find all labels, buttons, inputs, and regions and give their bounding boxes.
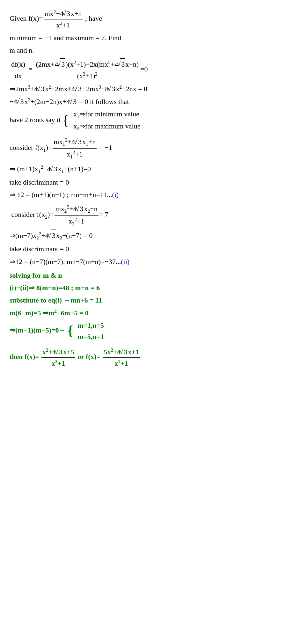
consider-fx1-line: consider f(x1)= mx12+43x1+n x12+1 = −1	[10, 136, 298, 161]
given-statement: Given f(x)= mx2+43x+n x2+1 ; have	[10, 8, 298, 31]
step11: m(6−m)=5 ⇒m2−6m+5 = 0	[10, 307, 298, 318]
root1-label: x1⇒for minimum value	[73, 108, 140, 121]
df-fraction: df(x) dx	[10, 59, 26, 81]
step3: ⇒ (m+1)x12+43x1+(n+1)=0	[10, 163, 298, 175]
simplify-step: −43x2+(2m−2n)x+43 = 0 it follows that	[10, 96, 298, 107]
fx-fraction: mx2+43x+n x2+1	[44, 8, 83, 31]
discriminant2-label: take discriminant = 0	[10, 243, 298, 254]
derivative-numerator-fraction: (2mx+43)(x2+1)−2x(mx2+43x+n) (x2+1)2	[35, 58, 140, 82]
result-fx1: x2+43x+5 x2+1	[41, 346, 75, 369]
step8: ⇒12 = (n−7)(m−7); mn−7(m+n)=−37...(ii)	[10, 256, 298, 267]
fx2-eval-fraction: mx22+43x2+n x22+1	[55, 203, 99, 228]
solving-label: solving for m & n	[10, 270, 298, 281]
step12: ⇒(m−1)(m−5)=0→ { m=1,n=5 m=5,n=1	[10, 320, 298, 342]
solution1: m=1,n=5	[77, 320, 104, 331]
step10: substitute to eq(i) →mn+6 = 11	[10, 295, 298, 306]
derivative-line: df(x) dx = (2mx+43)(x2+1)−2x(mx2+43x+n) …	[10, 58, 298, 82]
solution-container: Given f(x)= mx2+43x+n x2+1 ; have minimu…	[10, 8, 298, 369]
roots-statement: have 2 roots say it { x1⇒for minimum val…	[10, 108, 298, 133]
min-max-statement: minimum = −1 and maximum = 7. Find	[10, 32, 298, 43]
step6: ⇒(m−7)x22+43x2+(n−7) = 0	[10, 230, 298, 242]
discriminant1-label: take discriminant = 0	[10, 177, 298, 188]
solution2: m=5,n=1	[77, 331, 104, 342]
conclusion-line: then f(x)= x2+43x+5 x2+1 or f(x)= 5x2+43…	[10, 346, 298, 369]
step5: ⇒ 12 = (m+1)(n+1) ; mn+m+n=11...(i)	[10, 189, 298, 200]
consider-fx2-line: consider f(x2)= mx22+43x2+n x22+1 = 7	[10, 203, 298, 228]
step9: (i)−(ii)⇒ 8(m+n)=48 ; m+n = 6	[10, 282, 298, 293]
expand-step: ⇒2mx3+43x2+2mx+43−2mx3−83x2−2nx = 0	[10, 83, 298, 94]
root2-label: x2⇒for maximum value	[73, 121, 140, 133]
fx1-eval-fraction: mx12+43x1+n x12+1	[53, 136, 97, 161]
find-mn: m and n.	[10, 45, 298, 56]
result-fx2: 5x2+43x+1 x2+1	[103, 346, 140, 369]
